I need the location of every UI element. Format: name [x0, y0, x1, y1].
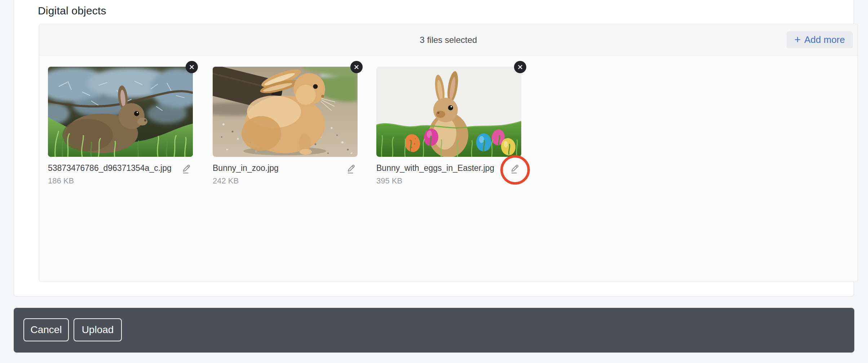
caption-row: Bunny_with_eggs_in_Easter.jpg 395 KB: [376, 163, 521, 186]
file-texts: 53873476786_d96371354a_c.jpg 186 KB: [48, 163, 170, 186]
close-x-icon: [517, 63, 524, 71]
file-card: 53873476786_d96371354a_c.jpg 186 KB: [48, 67, 193, 186]
file-size: 242 KB: [213, 176, 279, 186]
thumbnail-image-tan-bunny: [213, 67, 358, 157]
close-x-icon: [188, 63, 195, 71]
add-more-label: Add more: [804, 34, 845, 45]
file-name: 53873476786_d96371354a_c.jpg: [48, 163, 170, 173]
remove-file-button[interactable]: [514, 61, 526, 73]
thumbnail-image-wild-rabbit: [48, 67, 193, 157]
file-texts: Bunny_in_zoo.jpg 242 KB: [213, 163, 279, 186]
panel-header: 3 files selected + Add more: [39, 24, 858, 56]
thumbnail-wrap: [213, 67, 358, 157]
file-card: Bunny_with_eggs_in_Easter.jpg 395 KB: [376, 67, 521, 186]
upload-button[interactable]: Upload: [74, 318, 122, 341]
plus-icon: +: [794, 34, 801, 45]
digital-objects-panel: 3 files selected + Add more 53873476786_…: [39, 24, 858, 282]
edit-file-button[interactable]: [180, 162, 194, 176]
file-size: 186 KB: [48, 176, 170, 186]
thumbnail-wrap: [48, 67, 193, 157]
edit-file-button[interactable]: [508, 162, 522, 176]
file-size: 395 KB: [376, 176, 494, 186]
caption-row: Bunny_in_zoo.jpg 242 KB: [213, 163, 358, 186]
caption-row: 53873476786_d96371354a_c.jpg 186 KB: [48, 163, 193, 186]
edit-file-button[interactable]: [345, 162, 358, 176]
footer-action-bar: Cancel Upload: [14, 308, 854, 353]
thumbnail-wrap: [376, 67, 521, 157]
file-name: Bunny_in_zoo.jpg: [213, 163, 279, 173]
pencil-icon: [181, 163, 192, 174]
add-more-button[interactable]: + Add more: [787, 31, 853, 48]
file-texts: Bunny_with_eggs_in_Easter.jpg 395 KB: [376, 163, 494, 186]
cancel-button[interactable]: Cancel: [23, 318, 69, 341]
thumbnail-image-easter-bunny: [376, 67, 521, 157]
page-title: Digital objects: [38, 5, 106, 17]
pencil-icon: [346, 163, 357, 174]
files-selected-status: 3 files selected: [39, 24, 858, 56]
remove-file-button[interactable]: [186, 61, 198, 73]
content-card: Digital objects 3 files selected + Add m…: [14, 0, 854, 297]
upload-page: { "header": { "title": "Digital objects"…: [0, 0, 868, 363]
pencil-icon: [509, 163, 521, 174]
close-x-icon: [353, 63, 360, 71]
file-card: Bunny_in_zoo.jpg 242 KB: [213, 67, 358, 186]
file-name: Bunny_with_eggs_in_Easter.jpg: [376, 163, 494, 173]
remove-file-button[interactable]: [350, 61, 363, 73]
